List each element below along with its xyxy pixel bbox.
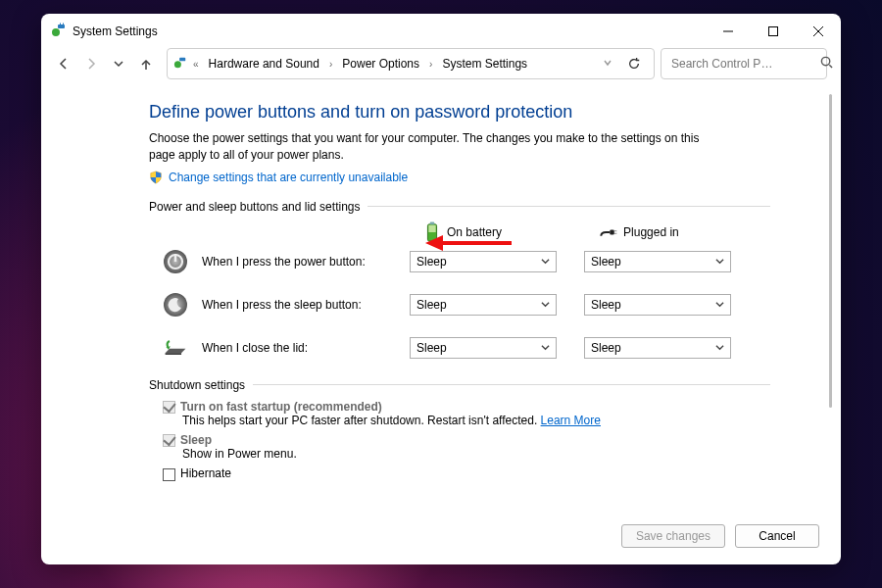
checkbox-description: This helps start your PC faster after sh…	[182, 414, 541, 427]
chevron-down-icon	[715, 255, 724, 269]
dialog-footer: Save changes Cancel	[41, 517, 841, 564]
battery-icon	[423, 221, 441, 243]
chevron-right-icon: ›	[329, 59, 332, 70]
change-unavailable-settings-link[interactable]: Change settings that are currently unava…	[149, 171, 770, 184]
svg-line-12	[829, 65, 832, 68]
row-power-button: When I press the power button: Sleep Sle…	[163, 249, 770, 274]
select-value: Sleep	[416, 298, 447, 312]
checkbox-label: Turn on fast startup (recommended)	[180, 400, 382, 414]
nav-recent-dropdown[interactable]	[110, 55, 127, 73]
power-button-battery-select[interactable]: Sleep	[410, 251, 557, 272]
column-label: Plugged in	[623, 225, 679, 239]
save-changes-button[interactable]: Save changes	[621, 524, 725, 548]
svg-rect-17	[428, 224, 435, 231]
close-lid-icon	[163, 335, 188, 361]
svg-rect-1	[58, 24, 65, 28]
close-lid-plugged-select[interactable]: Sleep	[584, 337, 731, 359]
section-label: Shutdown settings	[149, 378, 245, 392]
page-heading: Define power buttons and turn on passwor…	[149, 102, 770, 122]
svg-rect-10	[179, 57, 185, 61]
breadcrumb-item[interactable]: System Settings	[438, 55, 531, 73]
svg-point-11	[821, 57, 829, 65]
section-shutdown-settings: Shutdown settings	[149, 378, 770, 392]
breadcrumb-overflow[interactable]: «	[193, 59, 199, 70]
select-value: Sleep	[416, 255, 447, 269]
scrollbar-thumb[interactable]	[829, 94, 832, 408]
select-value: Sleep	[591, 341, 621, 355]
checkbox-icon	[163, 401, 175, 414]
row-label: When I close the lid:	[202, 341, 396, 355]
sleep-button-icon	[163, 292, 188, 318]
row-label: When I press the sleep button:	[202, 298, 396, 312]
breadcrumb-item[interactable]: Power Options	[338, 55, 423, 73]
window-title: System Settings	[73, 24, 158, 38]
control-panel-window: System Settings « Hardware and Sound › P…	[41, 14, 841, 564]
vertical-scrollbar[interactable]	[827, 94, 835, 517]
fast-startup-checkbox: Turn on fast startup (recommended) This …	[163, 400, 770, 427]
address-dropdown[interactable]	[603, 57, 612, 71]
section-label: Power and sleep buttons and lid settings	[149, 200, 360, 214]
refresh-button[interactable]	[620, 50, 648, 77]
chevron-down-icon	[541, 298, 550, 312]
checkbox-label: Sleep	[180, 433, 212, 447]
nav-up-button[interactable]	[137, 55, 155, 73]
address-bar[interactable]: « Hardware and Sound › Power Options › S…	[167, 48, 655, 79]
select-value: Sleep	[591, 298, 621, 312]
title-bar: System Settings	[41, 14, 841, 49]
change-unavailable-settings-text: Change settings that are currently unava…	[169, 171, 408, 184]
search-box[interactable]	[661, 48, 827, 79]
chevron-down-icon	[715, 298, 724, 312]
power-button-plugged-select[interactable]: Sleep	[584, 251, 731, 272]
hibernate-checkbox[interactable]: Hibernate	[163, 466, 770, 480]
svg-point-0	[52, 28, 60, 36]
svg-rect-16	[430, 221, 435, 224]
minimize-button[interactable]	[706, 16, 751, 47]
search-input[interactable]	[669, 56, 820, 72]
row-label: When I press the power button:	[202, 255, 396, 269]
search-icon	[820, 56, 833, 72]
row-close-lid: When I close the lid: Sleep Sleep	[163, 335, 770, 361]
column-label: On battery	[447, 225, 502, 239]
cancel-button[interactable]: Cancel	[735, 524, 819, 548]
column-plugged-in: Plugged in	[600, 221, 679, 243]
sleep-button-battery-select[interactable]: Sleep	[410, 294, 557, 316]
power-options-icon	[173, 56, 187, 73]
checkbox-icon	[163, 434, 175, 447]
uac-shield-icon	[149, 171, 163, 184]
chevron-down-icon	[541, 341, 550, 355]
svg-rect-3	[63, 23, 64, 24]
chevron-right-icon: ›	[429, 59, 432, 70]
chevron-down-icon	[715, 341, 724, 355]
sleep-checkbox: Sleep Show in Power menu.	[163, 433, 770, 461]
svg-point-9	[174, 61, 181, 68]
learn-more-link[interactable]: Learn More	[541, 414, 601, 427]
close-button[interactable]	[796, 16, 841, 47]
nav-back-button[interactable]	[55, 55, 73, 73]
close-lid-battery-select[interactable]: Sleep	[410, 337, 557, 359]
navigation-bar: « Hardware and Sound › Power Options › S…	[41, 49, 841, 84]
sleep-button-plugged-select[interactable]: Sleep	[584, 294, 731, 316]
page-description: Choose the power settings that you want …	[149, 130, 717, 165]
svg-rect-2	[60, 23, 61, 24]
power-button-icon	[163, 249, 188, 274]
select-value: Sleep	[416, 341, 447, 355]
plug-icon	[600, 221, 617, 243]
nav-forward-button[interactable]	[82, 55, 100, 73]
svg-rect-5	[769, 27, 778, 36]
svg-rect-18	[610, 229, 614, 234]
checkbox-description: Show in Power menu.	[182, 447, 770, 461]
section-power-sleep-buttons: Power and sleep buttons and lid settings	[149, 200, 770, 214]
column-on-battery: On battery	[423, 221, 502, 243]
select-value: Sleep	[591, 255, 621, 269]
power-options-icon	[51, 23, 67, 41]
row-sleep-button: When I press the sleep button: Sleep Sle…	[163, 292, 770, 318]
breadcrumb-item[interactable]: Hardware and Sound	[205, 55, 323, 73]
maximize-button[interactable]	[751, 16, 796, 47]
content-area: Define power buttons and turn on passwor…	[41, 84, 827, 517]
checkbox-label: Hibernate	[180, 466, 231, 480]
chevron-down-icon	[541, 255, 550, 269]
checkbox-icon	[163, 468, 175, 481]
